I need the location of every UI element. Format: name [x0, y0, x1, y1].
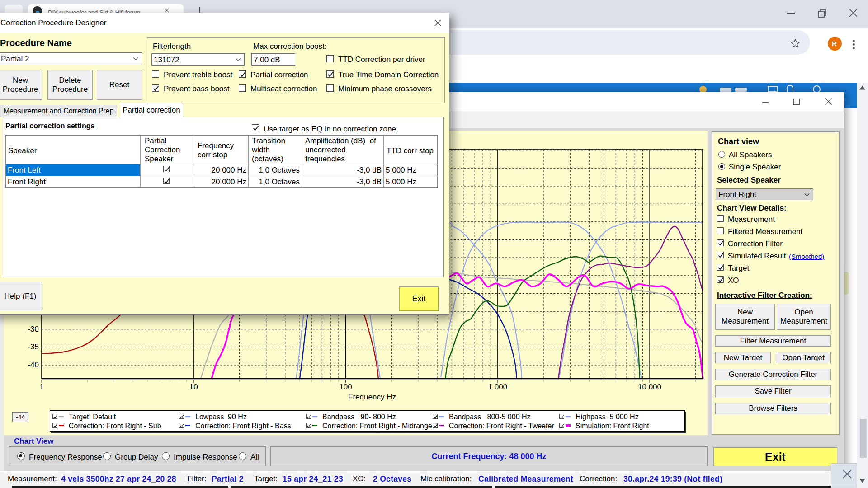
svg-text:100: 100: [339, 383, 352, 391]
svg-text:-35: -35: [28, 343, 39, 351]
svg-text:-30: -30: [28, 325, 39, 333]
svg-text:Frequency Hz: Frequency Hz: [348, 393, 396, 401]
svg-text:10: 10: [189, 383, 198, 391]
svg-text:-40: -40: [28, 361, 39, 369]
svg-text:10 000: 10 000: [638, 383, 661, 391]
svg-text:1 000: 1 000: [488, 383, 508, 391]
svg-text:1: 1: [39, 383, 43, 391]
